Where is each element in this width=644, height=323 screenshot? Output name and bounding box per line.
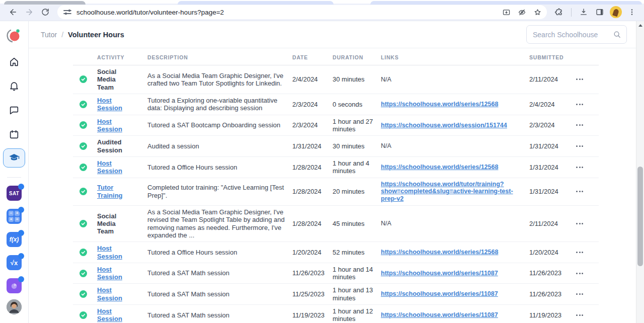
search-input[interactable]	[533, 31, 613, 39]
status-cell	[73, 220, 97, 227]
row-menu-button[interactable]	[571, 189, 589, 194]
status-cell	[73, 101, 97, 108]
column-header: DESCRIPTION	[147, 54, 292, 60]
row-link[interactable]: https://schoolhouse.world/series/11087	[381, 311, 529, 319]
site-settings-icon[interactable]	[61, 6, 73, 18]
row-activity[interactable]: Host Session	[97, 286, 147, 302]
row-activity[interactable]: Host Session	[97, 307, 147, 323]
install-app-icon[interactable]	[502, 8, 511, 17]
status-cell	[73, 142, 97, 150]
status-cell	[73, 75, 97, 83]
eye-slash-icon[interactable]	[518, 8, 526, 17]
column-header: DATE	[292, 54, 333, 60]
sidebar-item-messages[interactable]	[8, 104, 20, 116]
forward-button[interactable]	[22, 5, 36, 19]
row-submitted: 11/26/2023	[529, 290, 571, 298]
row-submitted: 2/11/2024	[529, 220, 571, 227]
table-row: Host Session Tutored a Exploring one-var…	[73, 94, 599, 115]
row-menu-button[interactable]	[571, 250, 589, 255]
row-date: 2/3/2024	[292, 121, 333, 129]
row-activity: Social Media Team	[97, 68, 147, 91]
search-box[interactable]	[526, 25, 627, 44]
row-duration: 1 hour and 14 minutes	[333, 266, 381, 281]
math-operations-badge[interactable]: −+×=	[7, 209, 22, 224]
url-text[interactable]: schoolhouse.world/tutor/volunteer-hours?…	[76, 9, 498, 16]
row-link[interactable]: https://schoolhouse.world/series/12568	[381, 249, 529, 256]
row-activity[interactable]: Host Session	[97, 245, 147, 260]
sidebar-item-tutor-active[interactable]	[3, 148, 25, 168]
breadcrumb-tutor[interactable]: Tutor	[41, 31, 57, 39]
column-header: DURATION	[333, 54, 381, 60]
row-menu-button[interactable]	[571, 165, 589, 170]
row-date: 1/31/2024	[292, 142, 333, 150]
sidebar-item-notifications[interactable]	[8, 80, 20, 92]
row-duration: 20 minutes	[333, 188, 381, 195]
downloads-icon[interactable]	[577, 5, 591, 19]
row-link[interactable]: https://schoolhouse.world/session/151744	[381, 122, 529, 129]
back-button[interactable]	[6, 5, 20, 19]
schoolhouse-logo[interactable]	[7, 29, 22, 44]
status-cell	[73, 249, 97, 256]
row-activity[interactable]: Host Session	[97, 266, 147, 281]
statistics-badge[interactable]	[7, 278, 22, 293]
sidebar-item-home[interactable]	[8, 56, 20, 68]
approved-check-icon	[79, 249, 87, 256]
page-scrollbar[interactable]	[636, 21, 644, 323]
sat-badge[interactable]: SAT	[7, 186, 22, 201]
row-link: N/A	[381, 142, 529, 150]
scrollbar-up-arrow[interactable]	[638, 24, 642, 27]
table-row: Tutor Training Completed tutor training:…	[73, 178, 599, 206]
scrollbar-thumb[interactable]	[637, 167, 643, 266]
row-link[interactable]: https://schoolhouse.world/series/12568	[381, 101, 529, 108]
row-description: Tutored a SAT Math session	[147, 311, 292, 319]
page-title: Volunteer Hours	[68, 31, 124, 39]
browser-menu-icon[interactable]	[625, 5, 639, 19]
table-row: Social Media Team As a Social Media Team…	[73, 206, 599, 242]
row-menu-button[interactable]	[571, 102, 589, 107]
extensions-icon[interactable]	[552, 5, 566, 19]
row-submitted: 11/19/2023	[529, 311, 571, 319]
row-activity[interactable]: Host Session	[97, 118, 147, 133]
table-row: Audited Session Audited a session 1/31/2…	[73, 136, 599, 157]
row-menu-button[interactable]	[571, 291, 589, 297]
tab-partial[interactable]	[4, 1, 86, 5]
row-activity[interactable]: Tutor Training	[97, 184, 147, 199]
tab-partial[interactable]	[178, 1, 334, 5]
bookmark-star-icon[interactable]	[533, 8, 542, 17]
row-link[interactable]: https://schoolhouse.world/tutor/training…	[381, 181, 529, 203]
row-duration: 30 minutes	[333, 142, 381, 150]
row-link[interactable]: https://schoolhouse.world/series/11087	[381, 290, 529, 298]
notification-dot	[18, 184, 24, 190]
pie-chart-icon	[10, 281, 19, 290]
status-cell	[73, 311, 97, 319]
sidebar-divider	[7, 177, 21, 178]
notification-dot	[18, 276, 24, 282]
table-row: Host Session Tutored a SAT Math session …	[73, 305, 599, 323]
row-menu-button[interactable]	[571, 76, 589, 82]
row-menu-button[interactable]	[571, 271, 589, 276]
row-date: 2/3/2024	[292, 101, 333, 108]
reload-button[interactable]	[38, 5, 52, 19]
row-activity[interactable]: Host Session	[97, 97, 147, 112]
user-avatar[interactable]	[7, 299, 22, 314]
row-menu-button[interactable]	[571, 221, 589, 226]
sqrt-badge-label: √x	[11, 259, 18, 267]
row-link[interactable]: https://schoolhouse.world/series/11087	[381, 270, 529, 277]
row-description: Tutored a Office Hours session	[147, 249, 292, 256]
side-panel-icon[interactable]	[593, 5, 607, 19]
tab-partial[interactable]	[370, 1, 642, 5]
row-date: 11/26/2023	[292, 269, 333, 277]
row-link[interactable]: https://schoolhouse.world/series/12568	[381, 164, 529, 171]
table-row: Host Session Tutored a SAT Bootcamp Onbo…	[73, 115, 599, 136]
row-menu-button[interactable]	[571, 143, 589, 149]
browser-profile-avatar[interactable]	[610, 6, 622, 18]
address-bar[interactable]: schoolhouse.world/tutor/volunteer-hours?…	[57, 5, 547, 19]
row-menu-button[interactable]	[571, 122, 589, 128]
sidebar-item-calendar[interactable]	[8, 128, 20, 140]
row-activity[interactable]: Host Session	[97, 159, 147, 175]
row-duration: 45 minutes	[333, 220, 381, 227]
row-menu-button[interactable]	[571, 312, 589, 318]
functions-badge[interactable]: f(x)	[7, 232, 22, 247]
sqrt-badge[interactable]: √x	[7, 255, 22, 270]
search-icon	[613, 30, 621, 39]
